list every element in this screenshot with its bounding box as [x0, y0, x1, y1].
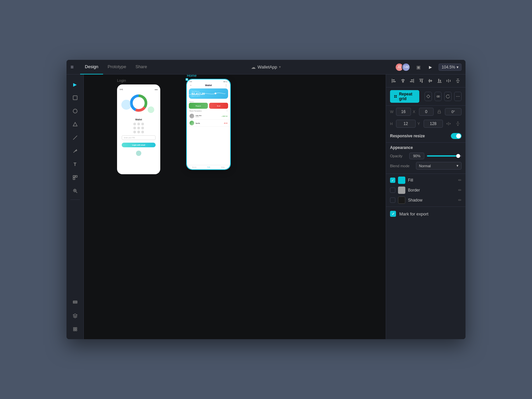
blend-mode-select[interactable]: Normal ▾	[416, 162, 462, 170]
opacity-slider[interactable]	[427, 155, 462, 157]
tool-ellipse[interactable]	[69, 105, 81, 117]
y-label: Y	[418, 122, 422, 126]
shadow-color-swatch[interactable]	[398, 197, 405, 204]
project-dropdown-icon[interactable]: ▾	[279, 65, 281, 69]
zoom-selector[interactable]: 104.5% ▾	[439, 64, 462, 71]
border-checkbox[interactable]	[390, 188, 395, 193]
y-input[interactable]: 128	[424, 120, 443, 128]
login-status-bar: 9:41 ●●●	[120, 88, 158, 90]
rotation-value[interactable]: 0°	[445, 108, 462, 115]
flip-v-icon[interactable]	[454, 120, 462, 127]
login-phone[interactable]: 9:41 ●●●	[117, 84, 160, 174]
svg-rect-45	[396, 95, 397, 96]
border-eyedropper[interactable]: ✏	[458, 188, 462, 193]
tool-layers[interactable]	[69, 297, 81, 309]
transaction-row-1[interactable]: Spotify -$0.99	[187, 120, 230, 127]
cloud-icon: ☁	[251, 65, 256, 70]
svg-rect-44	[394, 95, 395, 96]
border-label: Border	[408, 188, 456, 193]
more-actions-btn[interactable]	[454, 92, 462, 101]
menu-icon[interactable]: ≡	[70, 64, 73, 70]
align-top-btn[interactable]	[418, 77, 425, 84]
responsive-resize-toggle[interactable]	[451, 133, 462, 139]
header: ≡ Design Prototype Share ☁ WalletApp ▾ J…	[66, 60, 466, 74]
svg-rect-20	[392, 79, 392, 83]
login-button[interactable]: Login with email	[122, 143, 156, 147]
distribute-h-btn[interactable]	[445, 77, 452, 84]
tool-line[interactable]	[69, 132, 81, 144]
tool-transform[interactable]	[69, 172, 81, 184]
sel-handle-ml[interactable]	[186, 78, 188, 81]
tool-pointer[interactable]: ▶	[69, 78, 81, 90]
tool-stacks[interactable]	[69, 310, 81, 322]
app-window: ≡ Design Prototype Share ☁ WalletApp ▾ J…	[66, 60, 466, 339]
detach-btn[interactable]	[435, 92, 442, 101]
fill-eyedropper[interactable]: ✏	[458, 178, 462, 183]
align-bottom-btn[interactable]	[436, 77, 443, 84]
transaction-row-0[interactable]: John Doe 10/2021 + $367.50	[187, 113, 230, 120]
tool-pen[interactable]	[69, 145, 81, 157]
send-button[interactable]: Send	[209, 103, 228, 109]
h-label: H	[390, 122, 394, 126]
fill-color-swatch[interactable]	[398, 177, 405, 184]
dimension-row-2: H 12 Y 128	[386, 118, 466, 130]
nav-profile[interactable]: Profile	[207, 167, 210, 168]
zoom-dropdown-icon: ▾	[457, 65, 459, 69]
dimension-row-1: W 16 X 0 0°	[386, 106, 466, 118]
tool-zoom[interactable]	[69, 185, 81, 197]
nav-settings[interactable]: Settings	[221, 167, 225, 168]
tool-triangle[interactable]	[69, 118, 81, 130]
blob-green	[148, 106, 154, 113]
align-center-v-btn[interactable]	[399, 77, 407, 84]
appearance-section: Appearance Opacity 90% Blend mode Normal…	[386, 143, 466, 174]
nav-accounts[interactable]: Accounts	[192, 167, 196, 168]
avatar-2: SM	[402, 63, 410, 71]
tx-avatar-0	[190, 114, 194, 118]
align-right-btn[interactable]	[408, 77, 416, 84]
collaborators: JD SM	[395, 63, 410, 71]
fill-checkbox[interactable]	[390, 178, 395, 183]
transactions-header: Recent Transactions ≡	[187, 110, 230, 112]
svg-rect-43	[457, 82, 459, 83]
fill-row: Fill ✏	[390, 177, 462, 184]
home-screen[interactable]: 9:41 ●●● ▲ ← Wallet ⋮ Total Balance $2	[187, 79, 230, 169]
svg-rect-39	[448, 79, 449, 82]
svg-rect-41	[457, 79, 459, 79]
shadow-eyedropper[interactable]: ✏	[458, 198, 462, 202]
tab-prototype[interactable]: Prototype	[103, 60, 131, 74]
home-more-icon[interactable]: ⋮	[225, 84, 227, 87]
opacity-value[interactable]: 90%	[409, 153, 424, 159]
opacity-thumb[interactable]	[456, 154, 460, 158]
shadow-checkbox[interactable]	[390, 198, 395, 203]
align-center-h-btn[interactable]	[427, 77, 434, 84]
header-center: ☁ WalletApp ▾	[137, 65, 395, 70]
home-back-icon[interactable]: ←	[190, 84, 192, 87]
svg-rect-21	[393, 79, 395, 80]
tx-amount-1: -$0.99	[224, 122, 227, 124]
component-btn[interactable]	[425, 92, 432, 101]
svg-rect-29	[419, 79, 423, 79]
lock-aspect-icon[interactable]	[436, 108, 443, 115]
transactions-more[interactable]: ≡	[227, 110, 227, 112]
play-button[interactable]: ▶	[427, 63, 435, 72]
request-button[interactable]: Request	[189, 103, 208, 109]
repeat-grid-button[interactable]: Repeat grid	[390, 90, 419, 103]
tool-plugins[interactable]	[69, 323, 81, 335]
align-left-btn[interactable]	[390, 77, 397, 84]
tab-design[interactable]: Design	[80, 60, 103, 74]
svg-rect-26	[413, 79, 414, 83]
h-input[interactable]: 12	[396, 120, 416, 128]
border-color-swatch[interactable]	[398, 187, 405, 194]
tool-rectangle[interactable]	[69, 92, 81, 104]
tool-text[interactable]: T	[69, 158, 81, 170]
svg-rect-40	[450, 80, 451, 82]
reset-btn[interactable]	[444, 92, 452, 101]
export-checkbox[interactable]	[390, 211, 396, 217]
device-preview-icon[interactable]: ▣	[414, 63, 423, 72]
flip-h-icon[interactable]	[445, 120, 452, 127]
distribute-v-btn[interactable]	[454, 77, 462, 84]
svg-line-5	[76, 192, 77, 193]
x-input[interactable]: 0	[419, 108, 434, 116]
login-frame-container: Login 9:41 ●●●	[117, 84, 160, 174]
w-input[interactable]: 16	[396, 108, 411, 116]
